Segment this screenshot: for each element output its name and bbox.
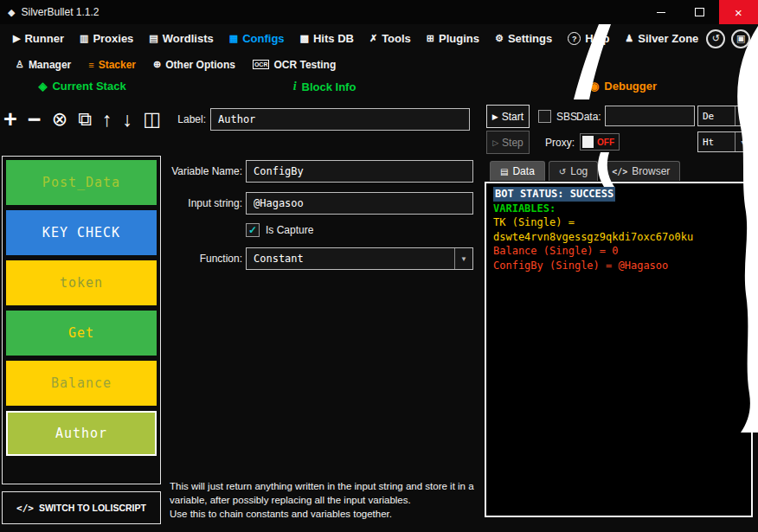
copy-icon: ⧉ [78, 108, 92, 130]
proxy-state: OFF [597, 138, 614, 147]
hits-db-icon: ▩ [300, 33, 309, 44]
save-stack-button[interactable]: ◫ [143, 110, 161, 129]
save-icon: ◫ [143, 108, 161, 130]
menu-item-configs[interactable]: ▦ Configs [222, 24, 292, 53]
runner-icon: ▶ [13, 33, 20, 44]
minimize-button[interactable] [641, 0, 680, 24]
app-logo-icon: ◆ [8, 7, 15, 18]
chevron-down-icon: ▼ [735, 106, 750, 125]
stack-block-balance[interactable]: Balance [6, 361, 157, 406]
submenu-label: OCR Testing [273, 59, 336, 71]
menubar-social-icons: ↺ ▣ ☻ ▶ [706, 29, 758, 48]
minus-icon: − [28, 106, 42, 132]
debugger-header: ◉ Debugger [554, 80, 692, 93]
menu-item-plugins[interactable]: ⊞ Plugins [419, 24, 487, 53]
main-menubar: ▶ Runner ▥ Proxies ▤ Wordlists ▦ Configs… [0, 24, 758, 53]
stack-block-author[interactable]: Author [6, 411, 157, 456]
stack-block-label: Balance [51, 375, 112, 391]
submenu-item-ocr-testing[interactable]: OCR OCR Testing [244, 59, 344, 71]
titlebar: ◆ SilverBullet 1.1.2 × [0, 0, 758, 24]
stack-block-post-data[interactable]: Post_Data [6, 160, 157, 205]
start-button[interactable]: ▶ Start [486, 105, 530, 128]
move-down-button[interactable]: ↓ [123, 110, 133, 130]
stack-block-label: Get [68, 325, 94, 341]
menu-item-runner[interactable]: ▶ Runner [5, 24, 72, 53]
data-type-dropdown[interactable]: De ▼ [697, 106, 751, 126]
step-icon: ▷ [492, 138, 498, 147]
sbs-checkbox[interactable] [538, 110, 551, 123]
stack-block-label: Author [55, 426, 107, 441]
menu-item-settings[interactable]: ⚙ Settings [487, 24, 560, 53]
submenu-label: Other Options [165, 59, 235, 71]
tab-data[interactable]: ▤ Data [490, 161, 545, 181]
description-line-2: Use this to chain constants and variable… [170, 507, 488, 521]
switch-to-loliscript-button[interactable]: </> SWITCH TO LOLISCRIPT [2, 491, 161, 524]
stack-block-get[interactable]: Get [6, 311, 157, 356]
step-button[interactable]: ▷ Step [486, 131, 530, 154]
maximize-button[interactable] [680, 0, 719, 24]
stack-icon: ◈ [38, 80, 47, 93]
other-options-icon: ⊕ [153, 59, 161, 70]
output-balance-line: Balance (Single) = 0 [493, 244, 744, 259]
log-history-icon: ↺ [559, 167, 566, 176]
input-string-input[interactable] [246, 192, 473, 215]
tab-browser[interactable]: </> Browser [601, 161, 680, 181]
screenshot-button[interactable]: ▣ [731, 29, 750, 48]
debug-output-panel[interactable]: BOT STATUS: SUCCESS VARIABLES: TK (Singl… [485, 182, 753, 517]
minimize-icon [657, 12, 665, 13]
variable-name-label: Variable Name: [166, 160, 242, 183]
menu-label: Hits DB [313, 32, 354, 45]
tab-label: Browser [632, 165, 670, 177]
app-window: ◆ SilverBullet 1.1.2 × ▶ Runner ▥ Proxie… [0, 0, 758, 532]
stack-block-label: KEY CHECK [42, 225, 120, 240]
history-icon: ↺ [712, 33, 720, 44]
stack-block-token[interactable]: token [6, 260, 157, 305]
tab-log[interactable]: ↺ Log [549, 161, 598, 181]
stack-block-key-check[interactable]: KEY CHECK [6, 210, 157, 255]
clear-stack-button[interactable]: ⊗ [52, 110, 67, 129]
menu-item-silver-zone[interactable]: ♟ Silver Zone [617, 24, 706, 53]
close-button[interactable]: × [719, 0, 758, 24]
configs-submenu: ♙ Manager ≡ Stacker ⊕ Other Options OCR … [0, 53, 758, 76]
stack-list: Post_Data KEY CHECK token Get Balance Au… [2, 156, 161, 484]
submenu-item-manager[interactable]: ♙ Manager [7, 59, 80, 71]
menu-item-tools[interactable]: ✗ Tools [362, 24, 419, 53]
menu-label: Runner [24, 32, 64, 45]
function-value: Constant [247, 253, 454, 265]
circle-x-icon: ⊗ [52, 108, 67, 130]
close-icon: × [735, 5, 742, 20]
menu-item-proxies[interactable]: ▥ Proxies [72, 24, 141, 53]
code-icon: </> [16, 503, 34, 514]
output-tk-line: TK (Single) = dswte4rvn8vgessgz9qkdi7oxc… [493, 215, 744, 244]
move-up-button[interactable]: ↑ [102, 110, 112, 130]
submenu-item-stacker[interactable]: ≡ Stacker [80, 59, 145, 71]
history-button[interactable]: ↺ [706, 29, 725, 48]
menu-label: Help [585, 32, 609, 45]
submenu-item-other-options[interactable]: ⊕ Other Options [145, 59, 244, 71]
data-label: Data: [576, 111, 601, 123]
current-stack-title: Current Stack [52, 80, 125, 93]
proxy-type-dropdown[interactable]: Ht ▼ [697, 131, 751, 152]
variable-name-input[interactable] [246, 160, 473, 183]
proxy-label: Proxy: [545, 137, 575, 149]
add-block-button[interactable]: + [3, 108, 17, 131]
stack-block-label: Post_Data [42, 175, 120, 190]
data-input[interactable] [605, 106, 695, 126]
plugins-icon: ⊞ [427, 33, 434, 44]
label-input[interactable] [210, 108, 470, 131]
menu-item-wordlists[interactable]: ▤ Wordlists [141, 24, 221, 53]
current-stack-header: ◈ Current Stack [0, 80, 164, 93]
remove-block-button[interactable]: − [28, 108, 42, 131]
menu-item-hits-db[interactable]: ▩ Hits DB [292, 24, 362, 53]
is-capture-checkbox[interactable]: ✓ [246, 223, 260, 237]
menu-label: Silver Zone [638, 32, 698, 45]
function-dropdown[interactable]: Constant ▼ [246, 247, 473, 270]
manager-icon: ♙ [16, 59, 24, 70]
proxy-toggle[interactable]: OFF [580, 133, 620, 151]
tab-label: Log [570, 165, 588, 177]
info-icon: i [293, 80, 297, 93]
maximize-icon [695, 8, 704, 16]
clone-block-button[interactable]: ⧉ [78, 110, 92, 129]
menu-item-help[interactable]: ? Help [560, 24, 617, 53]
stacker-icon: ≡ [88, 60, 93, 70]
